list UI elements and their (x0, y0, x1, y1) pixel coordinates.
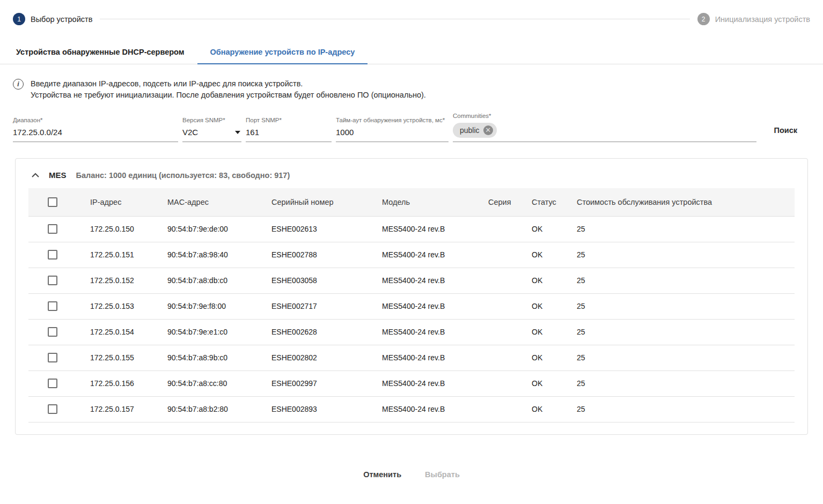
cell-cost: 25 (577, 319, 795, 345)
header-ip: IP-адрес (90, 188, 167, 216)
search-button[interactable]: Поиск (774, 126, 797, 135)
stepper: 1 Выбор устройств 2 Инициализация устрой… (0, 0, 823, 25)
chip-remove-icon[interactable]: ✕ (483, 125, 493, 135)
stepper-connector-line (100, 19, 689, 19)
step-2-circle: 2 (697, 13, 710, 25)
snmp-port-input[interactable] (246, 127, 332, 138)
cell-model: MES5400-24 rev.B (382, 268, 488, 293)
panel-header: MES Баланс: 1000 единиц (используется: 8… (28, 159, 795, 188)
cell-serial: ESHE002613 (271, 216, 382, 242)
select-button[interactable]: Выбрать (425, 470, 460, 479)
step-device-selection[interactable]: 1 Выбор устройств (13, 13, 92, 25)
cell-mac: 90:54:b7:9e:e1:c0 (167, 319, 271, 345)
table-row: 172.25.0.152 90:54:b7:a8:db:c0 ESHE00305… (28, 268, 795, 293)
cell-serial: ESHE002628 (271, 319, 382, 345)
row-checkbox[interactable] (48, 276, 57, 285)
cell-model: MES5400-24 rev.B (382, 293, 488, 319)
tab-dhcp-discovered-devices[interactable]: Устройства обнаруженные DHCP-сервером (3, 40, 197, 64)
step-2-label: Инициализация устройств (715, 15, 810, 24)
cell-mac: 90:54:b7:9e:f8:00 (167, 293, 271, 319)
chevron-down-icon (235, 131, 240, 134)
row-checkbox[interactable] (48, 301, 57, 311)
cell-mac: 90:54:b7:a8:98:40 (167, 242, 271, 268)
cell-status: OK (532, 319, 577, 345)
footer-actions: Отменить Выбрать (0, 470, 823, 479)
cell-model: MES5400-24 rev.B (382, 319, 488, 345)
timeout-label: Тайм-аут обнаружения устройств, мс* (336, 117, 449, 123)
cell-serial: ESHE002802 (271, 345, 382, 370)
cell-cost: 25 (577, 242, 795, 268)
tab-bar: Устройства обнаруженные DHCP-сервером Об… (0, 40, 823, 64)
collapse-chevron-icon[interactable] (32, 173, 39, 177)
cell-status: OK (532, 216, 577, 242)
communities-label: Communities* (453, 113, 756, 119)
row-checkbox[interactable] (48, 224, 57, 234)
tab-ip-address-discovery[interactable]: Обнаружение устройств по IP-адресу (197, 40, 368, 64)
cancel-button[interactable]: Отменить (363, 470, 401, 479)
cell-status: OK (532, 293, 577, 319)
timeout-input[interactable] (336, 127, 449, 138)
table-row: 172.25.0.154 90:54:b7:9e:e1:c0 ESHE00262… (28, 319, 795, 345)
snmp-version-field: Версия SNMP* V2C (182, 117, 241, 142)
info-line-1: Введите диапазон IP-адресов, подсеть или… (31, 78, 426, 90)
cell-cost: 25 (577, 396, 795, 422)
community-chip: public ✕ (453, 123, 497, 138)
header-serial: Серийный номер (271, 188, 382, 216)
step-1-label: Выбор устройств (31, 15, 92, 24)
info-banner: i Введите диапазон IP-адресов, подсеть и… (13, 78, 810, 101)
info-line-2: Устройства не требуют инициализации. Пос… (31, 90, 426, 101)
cell-ip: 172.25.0.155 (90, 345, 167, 370)
license-balance: Баланс: 1000 единиц (используется: 83, с… (76, 171, 290, 180)
cell-series (488, 396, 532, 422)
cell-model: MES5400-24 rev.B (382, 396, 488, 422)
row-checkbox[interactable] (48, 379, 57, 388)
header-series: Серия (488, 188, 532, 216)
snmp-version-value: V2C (182, 127, 235, 138)
cell-mac: 90:54:b7:a8:db:c0 (167, 268, 271, 293)
cell-serial: ESHE002997 (271, 370, 382, 396)
range-input[interactable] (13, 127, 178, 138)
cell-status: OK (532, 345, 577, 370)
snmp-port-label: Порт SNMP* (246, 117, 332, 123)
snmp-version-select[interactable]: V2C (182, 127, 241, 138)
row-checkbox[interactable] (48, 353, 57, 362)
cell-ip: 172.25.0.153 (90, 293, 167, 319)
cell-ip: 172.25.0.156 (90, 370, 167, 396)
discovery-form: Диапазон* Версия SNMP* V2C Порт SNMP* Та… (13, 113, 810, 142)
snmp-port-field: Порт SNMP* (246, 117, 332, 142)
cell-model: MES5400-24 rev.B (382, 345, 488, 370)
cell-ip: 172.25.0.152 (90, 268, 167, 293)
cell-mac: 90:54:b7:9e:de:00 (167, 216, 271, 242)
step-device-initialization[interactable]: 2 Инициализация устройств (697, 13, 810, 25)
cell-ip: 172.25.0.150 (90, 216, 167, 242)
cell-cost: 25 (577, 216, 795, 242)
cell-cost: 25 (577, 345, 795, 370)
cell-series (488, 268, 532, 293)
cell-series (488, 242, 532, 268)
cell-model: MES5400-24 rev.B (382, 370, 488, 396)
cell-series (488, 319, 532, 345)
select-all-checkbox[interactable] (48, 197, 57, 207)
header-cost: Стоимость обслуживания устройства (577, 188, 795, 216)
cell-serial: ESHE003058 (271, 268, 382, 293)
cell-model: MES5400-24 rev.B (382, 242, 488, 268)
cell-ip: 172.25.0.154 (90, 319, 167, 345)
table-row: 172.25.0.151 90:54:b7:a8:98:40 ESHE00278… (28, 242, 795, 268)
cell-mac: 90:54:b7:a8:b2:80 (167, 396, 271, 422)
cell-status: OK (532, 370, 577, 396)
cell-cost: 25 (577, 293, 795, 319)
row-checkbox[interactable] (48, 327, 57, 337)
range-field: Диапазон* (13, 117, 178, 142)
timeout-field: Тайм-аут обнаружения устройств, мс* (336, 117, 449, 142)
row-checkbox[interactable] (48, 250, 57, 260)
header-status: Статус (532, 188, 577, 216)
cell-ip: 172.25.0.151 (90, 242, 167, 268)
table-row: 172.25.0.150 90:54:b7:9e:de:00 ESHE00261… (28, 216, 795, 242)
range-label: Диапазон* (13, 117, 178, 123)
communities-field[interactable]: Communities* public ✕ (453, 113, 756, 142)
row-checkbox[interactable] (48, 404, 57, 414)
step-1-circle: 1 (13, 13, 25, 25)
table-row: 172.25.0.156 90:54:b7:a8:cc:80 ESHE00299… (28, 370, 795, 396)
header-mac: MAC-адрес (167, 188, 271, 216)
cell-mac: 90:54:b7:a8:9b:c0 (167, 345, 271, 370)
